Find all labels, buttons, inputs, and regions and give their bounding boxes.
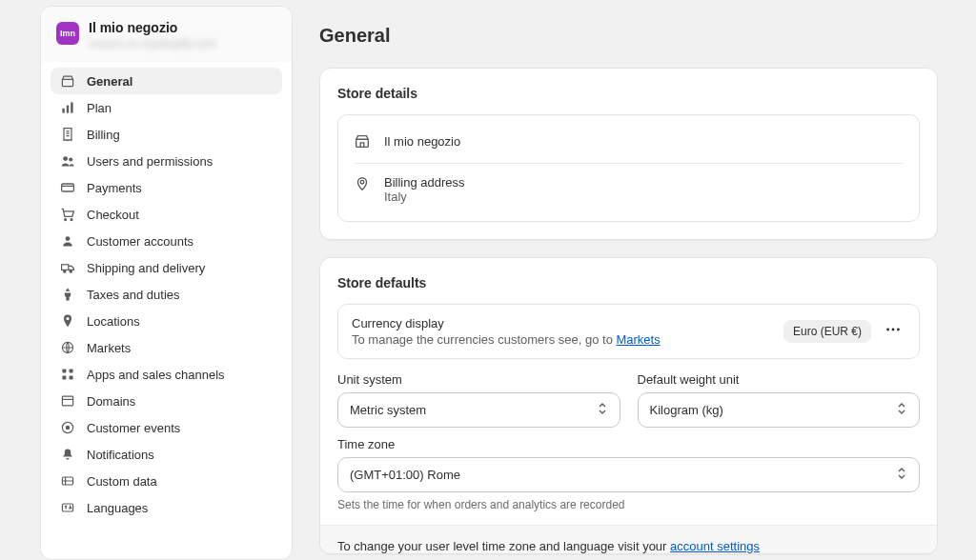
svg-point-22 — [360, 180, 364, 184]
sidebar-item-label: Billing — [87, 128, 120, 142]
store-details-heading: Store details — [337, 86, 920, 101]
timezone-value: (GMT+01:00) Rome — [350, 468, 460, 482]
store-name-value: Il mio negozio — [384, 134, 460, 149]
timezone-label: Time zone — [337, 437, 920, 451]
svg-point-25 — [897, 329, 900, 331]
sidebar-item-general[interactable]: General — [51, 68, 282, 94]
sidebar-item-label: Apps and sales channels — [87, 368, 225, 382]
sidebar-item-customer-accounts[interactable]: Customer accounts — [51, 228, 282, 254]
sidebar-item-payments[interactable]: Payments — [51, 174, 282, 201]
svg-rect-15 — [62, 376, 66, 380]
weight-unit-value: Kilogram (kg) — [650, 403, 723, 417]
sidebar-item-custom-data[interactable]: Custom data — [51, 468, 282, 494]
bell-icon — [60, 447, 75, 462]
person-icon — [60, 233, 75, 249]
svg-point-24 — [892, 329, 895, 331]
svg-point-10 — [70, 270, 71, 272]
chevron-updown-icon — [896, 467, 907, 483]
sidebar-item-customer-events[interactable]: Customer events — [51, 414, 282, 441]
location-pin-icon — [354, 175, 371, 192]
users-icon — [60, 153, 75, 169]
sidebar-item-taxes-and-duties[interactable]: Taxes and duties — [51, 281, 282, 308]
billing-address-row[interactable]: Billing address Italy — [354, 163, 904, 208]
weight-unit-label: Default weight unit — [638, 372, 921, 387]
lang-icon — [60, 500, 75, 515]
svg-rect-17 — [62, 396, 72, 406]
svg-point-23 — [886, 329, 889, 331]
tax-icon — [60, 287, 75, 302]
billing-address-label: Billing address — [384, 175, 465, 190]
unit-system-label: Unit system — [337, 372, 620, 387]
svg-point-4 — [69, 157, 72, 161]
sidebar-item-checkout[interactable]: Checkout — [51, 201, 282, 228]
sidebar-item-plan[interactable]: Plan — [51, 94, 282, 121]
store-name: Il mio negozio — [89, 20, 216, 35]
svg-rect-1 — [67, 106, 69, 113]
sidebar-item-label: Custom data — [87, 474, 157, 489]
sidebar-item-label: Customer events — [87, 421, 180, 435]
svg-point-19 — [66, 426, 69, 429]
store-icon — [354, 132, 371, 150]
sidebar-item-label: Languages — [87, 501, 148, 515]
cart-icon — [60, 207, 75, 222]
weight-unit-select[interactable]: Kilogram (kg) — [638, 392, 921, 428]
store-details-card: Store details Il mio negozio Billing add… — [319, 68, 938, 240]
domains-icon — [60, 393, 75, 409]
sidebar-item-domains[interactable]: Domains — [51, 388, 282, 414]
svg-rect-13 — [62, 369, 66, 372]
svg-point-6 — [71, 219, 72, 221]
account-settings-link[interactable]: account settings — [670, 539, 760, 553]
sidebar-item-apps-and-sales-channels[interactable]: Apps and sales channels — [51, 361, 282, 388]
svg-rect-14 — [70, 369, 73, 372]
svg-rect-16 — [70, 376, 73, 380]
sidebar-item-locations[interactable]: Locations — [51, 308, 282, 334]
sidebar-item-markets[interactable]: Markets — [51, 334, 282, 361]
svg-point-11 — [66, 317, 69, 320]
sidebar-item-shipping-and-delivery[interactable]: Shipping and delivery — [51, 254, 282, 281]
currency-pill: Euro (EUR €) — [783, 320, 871, 343]
svg-rect-0 — [62, 109, 64, 113]
truck-icon — [60, 260, 75, 275]
main-content: General Store details Il mio negozio Bil… — [293, 6, 976, 560]
chart-icon — [60, 100, 75, 115]
sidebar-item-label: Locations — [87, 314, 140, 329]
billing-address-value: Italy — [384, 190, 465, 204]
store-url-masked: xxxxxx.xx.myshopify.com — [89, 37, 216, 50]
currency-more-icon[interactable] — [881, 317, 905, 346]
currency-display-label: Currency display — [352, 316, 661, 330]
sidebar-item-label: Payments — [87, 181, 142, 195]
data-icon — [60, 473, 75, 489]
page-title: General — [319, 25, 938, 47]
sidebar-item-label: Markets — [87, 341, 131, 355]
timezone-hint: Sets the time for when orders and analyt… — [337, 498, 920, 511]
svg-rect-2 — [71, 102, 72, 112]
store-defaults-card: Store defaults Currency display To manag… — [319, 257, 938, 554]
receipt-icon — [60, 127, 75, 142]
sidebar-item-languages[interactable]: Languages — [51, 494, 282, 521]
sidebar-item-label: Checkout — [87, 208, 139, 222]
sidebar-item-label: Users and permissions — [87, 154, 213, 169]
sidebar-item-billing[interactable]: Billing — [51, 121, 282, 148]
sidebar-header: Imn Il mio negozio xxxxxx.xx.myshopify.c… — [41, 7, 292, 62]
sidebar-item-label: General — [87, 74, 132, 89]
chevron-updown-icon — [896, 402, 907, 418]
sidebar-item-label: Domains — [87, 394, 135, 409]
currency-display-box: Currency display To manage the currencie… — [337, 304, 920, 359]
unit-system-select[interactable]: Metric system — [337, 392, 620, 428]
events-icon — [60, 420, 75, 435]
svg-rect-8 — [62, 265, 69, 270]
footer-note-prefix: To change your user level time zone and … — [337, 539, 670, 553]
settings-nav: GeneralPlanBillingUsers and permissionsP… — [41, 62, 292, 530]
unit-system-value: Metric system — [350, 403, 426, 417]
svg-point-3 — [63, 156, 68, 161]
store-name-row[interactable]: Il mio negozio — [354, 129, 904, 153]
svg-point-7 — [66, 236, 71, 241]
card-icon — [60, 180, 75, 195]
currency-hint-prefix: To manage the currencies customers see, … — [352, 332, 616, 347]
sidebar-item-notifications[interactable]: Notifications — [51, 441, 282, 468]
globe-icon — [60, 340, 75, 355]
apps-icon — [60, 367, 75, 382]
sidebar-item-users-and-permissions[interactable]: Users and permissions — [51, 148, 282, 174]
markets-link[interactable]: Markets — [616, 332, 660, 347]
timezone-select[interactable]: (GMT+01:00) Rome — [337, 457, 920, 492]
